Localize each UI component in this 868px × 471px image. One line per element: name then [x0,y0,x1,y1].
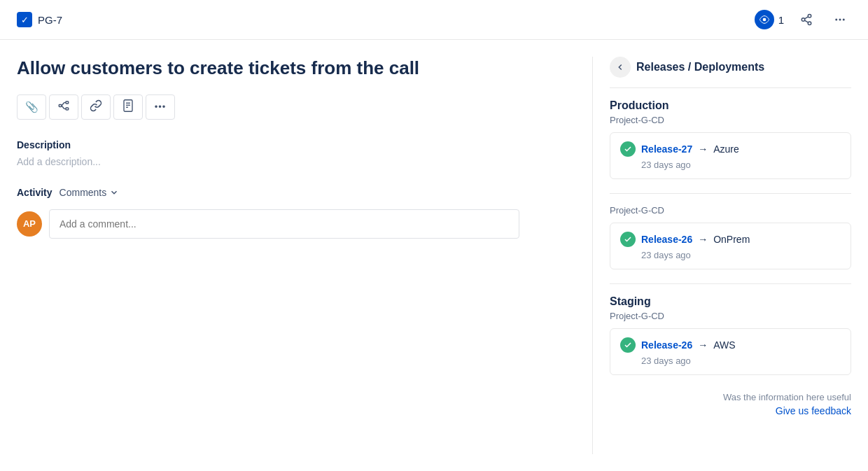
deploy-target-2: AWS [713,339,735,351]
success-icon-2 [620,337,636,353]
release-name-1[interactable]: Release-26 [641,234,692,245]
comments-dropdown-button[interactable]: Comments [59,187,120,198]
activity-header: Activity Comments [17,187,575,198]
more-toolbar-icon: ••• [155,101,167,112]
env-name-production: Production [610,99,851,112]
release-card-1: Release-26 → OnPrem 23 days ago [610,223,851,269]
success-icon-1 [620,232,636,247]
svg-point-1 [763,18,766,21]
more-toolbar-button[interactable]: ••• [146,94,175,120]
diagram-icon [57,99,70,114]
svg-point-8 [839,19,841,21]
arrow-1: → [698,234,708,245]
release-time-2: 23 days ago [620,356,841,366]
release-row-2: Release-26 → AWS [620,337,841,353]
comment-row: AP [17,209,575,239]
release-card-0: Release-27 → Azure 23 days ago [610,132,851,179]
link-button[interactable] [81,94,111,120]
svg-rect-11 [66,101,69,104]
env-section-staging: Staging Project-G-CD Release-26 → AWS 23… [610,295,851,375]
svg-point-3 [802,18,805,22]
back-button[interactable] [610,57,631,78]
svg-point-4 [808,22,811,25]
svg-rect-17 [124,100,132,112]
activity-section: Activity Comments AP [17,187,575,239]
svg-line-6 [804,17,808,19]
releases-deployments-title: Releases / Deployments [636,61,764,73]
watch-icon [755,10,774,29]
diagram-button[interactable] [49,94,78,120]
arrow-0: → [698,143,708,155]
project-name-2: Project-G-CD [610,311,851,321]
left-panel: Allow customers to create tickets from t… [17,57,575,454]
watch-button[interactable]: 1 [755,10,784,29]
release-row-0: Release-27 → Azure [620,141,841,157]
toolbar: 📎 [17,94,575,120]
project-name-1: Project-G-CD [610,205,851,216]
ticket-checkbox-icon: ✓ [17,12,32,27]
svg-rect-10 [59,105,62,107]
release-card-2: Release-26 → AWS 23 days ago [610,328,851,375]
success-icon-0 [620,141,636,157]
activity-label: Activity [17,187,52,198]
svg-point-2 [808,15,811,18]
comment-input[interactable] [49,209,519,239]
release-time-1: 23 days ago [620,250,841,260]
release-name-2[interactable]: Release-26 [641,339,692,351]
document-icon [122,99,134,114]
divider-1 [610,193,851,194]
svg-rect-12 [66,108,69,110]
share-button[interactable] [795,8,818,31]
description-placeholder[interactable]: Add a description... [17,156,575,167]
deploy-target-1: OnPrem [713,234,750,245]
main-content: Allow customers to create tickets from t… [0,40,868,471]
release-row-1: Release-26 → OnPrem [620,232,841,247]
document-button[interactable] [113,94,143,120]
description-label: Description [17,139,575,150]
release-time-0: 23 days ago [620,160,841,170]
back-header: Releases / Deployments [610,57,851,88]
header-left: ✓ PG-7 [17,12,62,27]
svg-point-7 [835,19,837,21]
attach-button[interactable]: 📎 [17,94,46,120]
svg-point-9 [843,19,845,21]
ticket-id: PG-7 [38,14,62,26]
env-section-production: Production Project-G-CD Release-27 → Azu… [610,99,851,179]
ticket-title: Allow customers to create tickets from t… [17,57,575,80]
release-name-0[interactable]: Release-27 [641,143,692,155]
env-section-1: Project-G-CD Release-26 → OnPrem 23 days… [610,205,851,269]
arrow-2: → [698,339,708,351]
more-options-button[interactable] [829,8,851,31]
feedback-text: Was the information here useful [610,392,851,402]
right-panel: Releases / Deployments Production Projec… [592,57,851,454]
divider-2 [610,283,851,284]
attach-icon: 📎 [25,101,38,113]
svg-line-5 [804,20,808,22]
svg-line-13 [62,103,64,106]
chevron-down-icon [109,188,119,197]
header-right: 1 [755,8,851,31]
back-arrow-icon [615,62,625,72]
svg-line-14 [62,106,64,109]
watch-count: 1 [778,14,784,26]
avatar: AP [17,211,42,237]
deploy-target-0: Azure [713,143,739,155]
project-name-0: Project-G-CD [610,115,851,125]
link-icon [90,99,102,114]
description-section: Description Add a description... [17,139,575,167]
feedback-section: Was the information here useful Give us … [610,392,851,416]
feedback-link[interactable]: Give us feedback [776,405,851,416]
header: ✓ PG-7 1 [0,0,868,40]
comments-label: Comments [59,187,107,198]
env-name-staging: Staging [610,295,851,308]
